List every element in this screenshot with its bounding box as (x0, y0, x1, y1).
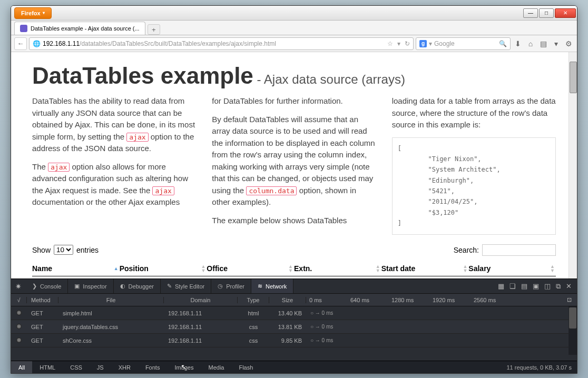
favicon-icon (20, 25, 27, 32)
tab-profiler[interactable]: ◷Profiler (211, 279, 251, 293)
column-1: DataTables has the ability to read data … (32, 95, 196, 235)
search-box[interactable]: g ▾ Google 🔍 (416, 37, 511, 50)
table-controls: Show 10 entries Search: (32, 244, 556, 256)
nav-bar: ← 🌐 192.168.1.11/datatables/DataTablesSr… (11, 35, 577, 52)
browser-window: Firefox — □ ✕ DataTables example - Ajax … (11, 5, 577, 374)
header-method[interactable]: Method (27, 297, 58, 303)
header-domain[interactable]: Domain (164, 297, 238, 303)
addon-icon[interactable]: ⚙ (563, 38, 574, 49)
console-icon: ❯ (32, 283, 37, 290)
status-dot-icon (16, 324, 22, 329)
paint-icon[interactable]: ▦ (498, 282, 504, 291)
devtools-panel: ✷ ❯Console ▣Inspector ◐Debugger ✎Style E… (11, 278, 577, 373)
filter-images[interactable]: Images (167, 361, 201, 373)
url-actions: ☆ ▾ ↻ (387, 40, 410, 47)
page-subtitle: - Ajax data source (arrays) (253, 72, 405, 86)
maximize-button[interactable]: □ (539, 8, 554, 18)
url-bar[interactable]: 🌐 192.168.1.11/datatables/DataTablesSrc/… (29, 37, 414, 50)
header-file[interactable]: File (58, 297, 164, 303)
responsive-icon[interactable]: ▣ (533, 282, 539, 291)
search-placeholder: Google (434, 40, 455, 47)
col-startdate[interactable]: Start date▲▼ (381, 264, 469, 273)
back-button[interactable]: ← (14, 37, 27, 50)
tab-network[interactable]: ≋Network (251, 279, 293, 293)
network-status: 11 requests, 0 KB, 3.07 s (506, 364, 577, 371)
timeline-toggle-icon[interactable]: ⊡ (561, 296, 577, 303)
col-position[interactable]: Position▲▼ (120, 264, 207, 273)
filter-js[interactable]: JS (90, 361, 111, 373)
column-3: loading data for a table from arrays as … (392, 95, 556, 235)
styleeditor-icon: ✎ (167, 283, 172, 290)
column-2: for DataTables for further information. … (212, 95, 376, 235)
search-icon[interactable]: 🔍 (499, 40, 507, 47)
tab-bar: DataTables example - Ajax data source (.… (11, 21, 577, 35)
scratchpad-icon[interactable]: ▤ (521, 282, 527, 291)
tab-inspector[interactable]: ▣Inspector (68, 279, 113, 293)
col-name[interactable]: Name▲ (32, 264, 120, 273)
tab-debugger[interactable]: ◐Debugger (114, 279, 161, 293)
popout-icon[interactable]: ⧉ (556, 282, 561, 291)
profiler-icon: ◷ (218, 283, 223, 290)
url-text: 192.168.1.11/datatables/DataTablesSrc/bu… (43, 40, 385, 47)
status-dot-icon (16, 310, 22, 315)
vertical-scrollbar[interactable] (569, 52, 577, 284)
length-select[interactable]: 10 (54, 245, 73, 255)
filter-media[interactable]: Media (201, 361, 231, 373)
code-ajax: ajax (126, 133, 148, 142)
filter-flash[interactable]: Flash (231, 361, 260, 373)
code-ajax: ajax (48, 163, 70, 172)
devtools-options-icon[interactable]: ✷ (11, 282, 26, 291)
tab-styleeditor[interactable]: ✎Style Editor (161, 279, 211, 293)
close-button[interactable]: ✕ (555, 8, 576, 18)
tab-title: DataTables example - Ajax data source (.… (31, 25, 140, 32)
code-columndata: column.data (246, 186, 297, 195)
code-ajax: ajax (152, 186, 174, 195)
col-extn[interactable]: Extn.▲▼ (294, 264, 381, 273)
header-type[interactable]: Type (238, 297, 269, 303)
network-rows: GET simple.html 192.168.1.11 html 13.40 … (11, 306, 577, 355)
header-check[interactable]: √ (11, 297, 27, 303)
globe-icon: 🌐 (33, 40, 41, 47)
devtools-footer: All HTML CSS JS XHR Fonts Images Media F… (11, 361, 577, 373)
header-size[interactable]: Size (269, 297, 306, 303)
inspector-icon: ▣ (74, 283, 80, 290)
google-icon: g (419, 40, 427, 47)
header-timeline: 0 ms 640 ms 1280 ms 1920 ms 2560 ms (306, 297, 561, 303)
page-title: DataTables example - Ajax data source (a… (32, 63, 556, 89)
debugger-icon: ◐ (120, 283, 125, 290)
network-icon: ≋ (258, 283, 262, 290)
network-row[interactable]: GET shCore.css 192.168.1.11 css 9.85 KB … (11, 334, 577, 347)
minimize-button[interactable]: — (523, 8, 538, 18)
network-header: √ Method File Domain Type Size 0 ms 640 … (11, 294, 577, 306)
devtools-scrollbar[interactable] (569, 306, 577, 355)
search-label: Search: (454, 246, 479, 254)
col-salary[interactable]: Salary▲▼ (468, 264, 556, 273)
page-content: DataTables example - Ajax data source (a… (11, 52, 577, 284)
reload-icon[interactable]: ↻ (405, 40, 410, 47)
filter-all[interactable]: All (11, 361, 32, 373)
bookmark-icon[interactable]: ☆ (387, 40, 393, 47)
dock-side-icon[interactable]: ◫ (544, 282, 551, 291)
tab-console[interactable]: ❯Console (26, 279, 68, 293)
new-tab-button[interactable]: + (148, 24, 160, 35)
3d-icon[interactable]: ❏ (509, 282, 516, 291)
bookmarks-icon[interactable]: ▤ (538, 38, 548, 49)
devtools-close-icon[interactable]: ✕ (566, 282, 572, 291)
devtools-toolbar: ✷ ❯Console ▣Inspector ◐Debugger ✎Style E… (11, 279, 577, 294)
col-office[interactable]: Office▲▼ (207, 264, 294, 273)
code-block: [ "Tiger Nixon", "System Architect", "Ed… (392, 137, 556, 235)
filter-xhr[interactable]: XHR (111, 361, 138, 373)
browser-tab[interactable]: DataTables example - Ajax data source (.… (14, 22, 145, 35)
downloads-icon[interactable]: ⬇ (513, 38, 523, 49)
status-dot-icon (16, 337, 22, 343)
table-search-input[interactable] (482, 244, 556, 256)
feed-icon[interactable]: ▾ (551, 38, 561, 49)
filter-fonts[interactable]: Fonts (138, 361, 168, 373)
window-controls: — □ ✕ (523, 8, 577, 18)
network-row[interactable]: GET jquery.dataTables.css 192.168.1.11 c… (11, 320, 577, 334)
firefox-menu-button[interactable]: Firefox (14, 7, 52, 19)
home-icon[interactable]: ⌂ (525, 38, 536, 49)
filter-css[interactable]: CSS (63, 361, 90, 373)
filter-html[interactable]: HTML (32, 361, 63, 373)
network-row[interactable]: GET simple.html 192.168.1.11 html 13.40 … (11, 306, 577, 320)
